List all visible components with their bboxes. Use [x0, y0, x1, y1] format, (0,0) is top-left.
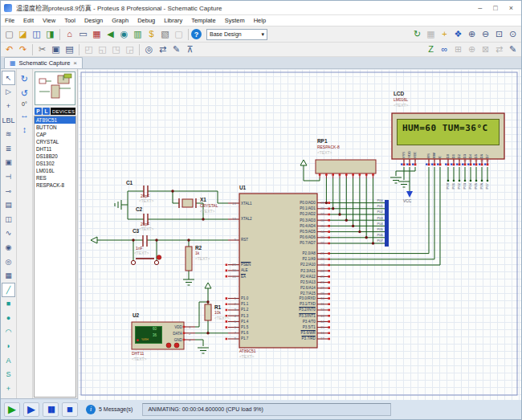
zoom-all-icon[interactable]: ⊙ [506, 28, 520, 41]
pcb-layout-icon[interactable]: ▦ [90, 28, 104, 41]
redraw-icon[interactable]: ↻ [410, 28, 424, 41]
x1-ref[interactable]: X1 [200, 197, 206, 202]
3d-viewer-icon[interactable]: ◉ [117, 28, 131, 41]
rp1-ref[interactable]: RP1 [317, 138, 328, 144]
2d-tool-icon[interactable]: ■ [2, 297, 15, 312]
simulate-icon[interactable]: ◀ [104, 28, 117, 41]
route-mode-icon[interactable]: Z [424, 43, 438, 56]
add-icon[interactable]: ⊕ [465, 43, 479, 56]
delete-icon[interactable]: ⊠ [479, 43, 492, 56]
menu-item[interactable]: Graph [112, 17, 128, 24]
mode-tool-icon[interactable]: ⊸ [2, 184, 15, 198]
rotate-cw-icon[interactable]: ↻ [18, 72, 31, 85]
net-label[interactable]: P05 [377, 227, 382, 231]
device-item[interactable]: LM016L [35, 167, 75, 174]
2d-tool-icon[interactable]: + [2, 381, 15, 396]
zoom-tool-icon[interactable]: ◎ [142, 43, 156, 56]
c2-ref[interactable]: C2 [136, 206, 142, 212]
device-item[interactable]: RES [35, 174, 75, 181]
schematic-canvas[interactable]: LCD LM016L <TEXT> HUM=60 TUM=36°C VSSVDD… [78, 69, 521, 400]
pause-button[interactable]: ▮▮ [43, 402, 59, 417]
u1-ref[interactable]: U1 [239, 185, 246, 190]
2d-tool-icon[interactable]: ◠ [2, 325, 15, 340]
2d-tool-icon[interactable]: ● [2, 311, 15, 325]
device-item[interactable]: CRYSTAL [35, 138, 75, 145]
cleanup-icon[interactable]: ⊼ [183, 43, 197, 56]
block-rotate-icon[interactable]: ◳ [109, 43, 123, 56]
net-label[interactable]: P07 [377, 239, 382, 243]
rotate-ccw-icon[interactable]: ↺ [18, 87, 31, 100]
device-item[interactable]: AT89C51 [35, 116, 75, 124]
net-label[interactable]: P06 [480, 183, 483, 189]
property-icon[interactable]: ⊞ [451, 43, 465, 56]
block-copy-icon[interactable]: ◰ [82, 43, 96, 56]
message-count[interactable]: 5 Message(s) [99, 406, 133, 412]
mode-tool-icon[interactable]: + [2, 99, 15, 113]
origin-icon[interactable]: + [438, 28, 451, 41]
menu-item[interactable]: Design [84, 17, 103, 24]
cut-icon[interactable]: ✂ [35, 43, 49, 56]
block-move-icon[interactable]: ◱ [96, 43, 109, 56]
lcd-ref[interactable]: LCD [394, 91, 404, 96]
bom-icon[interactable]: $ [145, 28, 158, 41]
mode-tool-icon[interactable]: ⊣ [2, 169, 15, 184]
2d-tool-icon[interactable]: ◗ [2, 339, 15, 353]
net-label[interactable]: P03 [463, 183, 467, 189]
2d-tool-icon[interactable]: ╱ [2, 283, 15, 297]
redo-icon[interactable]: ↷ [16, 43, 30, 56]
menu-item[interactable]: Debug [137, 17, 155, 24]
net-label[interactable]: P04 [377, 222, 382, 226]
maximize-button[interactable]: □ [493, 4, 497, 12]
pan-icon[interactable]: ❖ [451, 28, 465, 41]
mode-tool-icon[interactable]: ▷ [2, 85, 15, 100]
mode-tool-icon[interactable]: ▦ [2, 268, 15, 283]
device-item[interactable]: DS1302 [35, 160, 75, 167]
device-item[interactable]: DHT11 [35, 145, 75, 153]
menu-item[interactable]: Template [191, 17, 215, 24]
schematic-capture-icon[interactable]: ▭ [76, 28, 90, 41]
mode-tool-icon[interactable]: LBL [2, 113, 15, 128]
device-item[interactable]: CAP [35, 131, 75, 138]
mode-tool-icon[interactable]: ∿ [2, 226, 15, 241]
search-icon[interactable]: ∞ [438, 43, 451, 56]
tab-close-icon[interactable]: × [73, 59, 77, 67]
vcc-label[interactable]: VCC [403, 199, 412, 204]
menu-item[interactable]: Edit [23, 17, 34, 24]
swap-icon[interactable]: ⇄ [492, 43, 506, 56]
pick-devices-button[interactable]: P [35, 108, 42, 115]
design-explorer-icon[interactable]: ▥ [131, 28, 145, 41]
block-delete-icon[interactable]: ◲ [123, 43, 137, 56]
net-label[interactable]: P01 [377, 204, 382, 208]
net-label[interactable]: P02 [458, 183, 461, 189]
stop-button[interactable]: ■ [62, 402, 78, 417]
info-icon[interactable]: i [86, 405, 96, 414]
mode-tool-icon[interactable]: ↖ [2, 71, 15, 85]
net-label[interactable]: P00 [377, 198, 382, 202]
zoom-out-icon[interactable]: ⊖ [479, 28, 492, 41]
tab-schematic-capture[interactable]: ▦ Schematic Capture × [4, 57, 83, 68]
wire-autorouter-icon[interactable]: ⇄ [156, 43, 169, 56]
edit-tool-icon[interactable]: ✎ [169, 43, 183, 56]
menu-item[interactable]: View [43, 17, 55, 24]
menu-item[interactable]: Library [164, 17, 182, 24]
grid-toggle-icon[interactable]: ▦ [424, 28, 438, 41]
menu-item[interactable]: Help [254, 17, 266, 24]
import-icon[interactable]: ◨ [43, 28, 57, 41]
play-button[interactable]: ▶ [4, 402, 20, 417]
zoom-in-icon[interactable]: ⊕ [465, 28, 479, 41]
device-item[interactable]: BUTTON [35, 124, 75, 131]
new-sheet-icon[interactable]: ▢ [172, 28, 186, 41]
home-icon[interactable]: ⌂ [63, 28, 76, 41]
electra-icon[interactable]: ▧ [158, 28, 172, 41]
help-icon[interactable]: ? [191, 29, 202, 39]
new-file-icon[interactable]: ▢ [2, 28, 16, 41]
copy-icon[interactable]: ▣ [49, 43, 63, 56]
c3-ref[interactable]: C3 [133, 228, 139, 234]
minimize-button[interactable]: – [478, 4, 482, 12]
design-selector[interactable]: Base Design▾ [206, 29, 267, 40]
mode-tool-icon[interactable]: ≋ [2, 127, 15, 141]
net-label[interactable]: P06 [377, 233, 382, 237]
mode-tool-icon[interactable]: ◉ [2, 240, 15, 255]
edit-pen-icon[interactable]: ✎ [506, 43, 520, 56]
open-icon[interactable]: ◪ [16, 28, 30, 41]
